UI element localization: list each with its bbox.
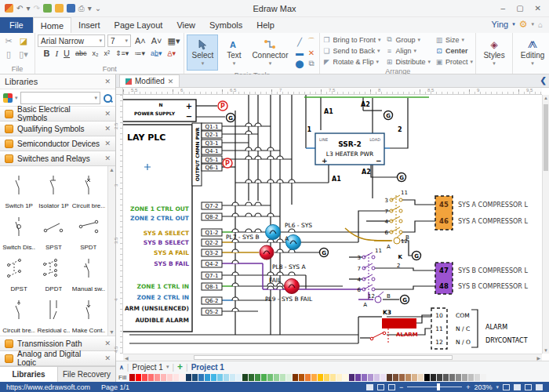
- drawing-area[interactable]: N POWER SUPPLY + − LAY PLC OUTPUT CMMN P…: [123, 95, 542, 354]
- symbol-spst[interactable]: SPST: [36, 209, 71, 251]
- palette-swatch[interactable]: [173, 374, 179, 381]
- zoom-slider-thumb[interactable]: [437, 383, 440, 390]
- document-tab[interactable]: Modified ✕: [119, 74, 180, 87]
- palette-swatch[interactable]: [481, 374, 486, 381]
- panel-tab-file-recovery[interactable]: File Recovery: [58, 367, 115, 382]
- symbol-dpdt[interactable]: DPDT: [36, 251, 71, 292]
- palette-swatch[interactable]: [155, 374, 160, 381]
- palette-swatch[interactable]: [311, 374, 317, 381]
- group-button[interactable]: ⧉Group▾: [386, 34, 431, 45]
- palette-swatch[interactable]: [186, 374, 191, 381]
- scroll-up-icon[interactable]: ▲: [109, 167, 115, 172]
- zoom-in-icon[interactable]: +: [466, 383, 470, 391]
- library-close-icon[interactable]: ✕: [104, 125, 111, 132]
- symbol-switch-1p[interactable]: Switch 1P: [2, 168, 36, 209]
- palette-swatch[interactable]: [374, 374, 380, 381]
- curve-tool-icon[interactable]: ⌒: [307, 36, 315, 47]
- palette-swatch[interactable]: [318, 374, 323, 381]
- presentation-view-icon[interactable]: [388, 384, 395, 390]
- library-close-icon[interactable]: ✕: [104, 140, 111, 147]
- horizontal-scroll-thumb[interactable]: [194, 355, 453, 360]
- palette-swatch[interactable]: [286, 374, 292, 381]
- format-painter-icon[interactable]: ◪: [20, 36, 27, 46]
- palette-swatch[interactable]: [343, 374, 348, 381]
- palette-swatch[interactable]: [349, 374, 354, 381]
- bullets-icon[interactable]: ≔▾: [133, 49, 147, 57]
- grid-icon[interactable]: [536, 384, 543, 390]
- library-item-semiconductor[interactable]: Semiconductor Devices✕: [0, 136, 115, 151]
- close-button[interactable]: ✕: [535, 4, 541, 13]
- vertical-scroll-thumb[interactable]: [544, 104, 548, 171]
- page-view-icon[interactable]: [377, 384, 384, 390]
- minimize-button[interactable]: –: [501, 4, 506, 13]
- account-dropdown-icon[interactable]: ▾: [512, 21, 515, 27]
- library-close-icon[interactable]: ✕: [104, 154, 111, 162]
- scroll-down-icon[interactable]: ▼: [543, 348, 549, 353]
- palette-swatch[interactable]: [255, 374, 260, 381]
- magnifier-icon[interactable]: [525, 384, 532, 390]
- symbol-manual-switch[interactable]: Manual sw...: [71, 251, 106, 292]
- tab-view[interactable]: View: [169, 17, 202, 33]
- qat-customize-icon[interactable]: ⌄: [95, 5, 101, 13]
- tab-insert[interactable]: Insert: [71, 17, 107, 33]
- collapse-pagebar-icon[interactable]: ∧: [119, 364, 124, 371]
- symbol-make-contact[interactable]: Make Cont...: [71, 292, 106, 334]
- strikethrough-icon[interactable]: abc: [74, 49, 89, 57]
- palette-swatch[interactable]: [368, 374, 373, 381]
- symbol-switch-disconnector[interactable]: Switch Dis...: [2, 209, 36, 251]
- add-page-button[interactable]: +: [177, 361, 183, 372]
- palette-swatch[interactable]: [161, 374, 166, 381]
- palette-swatch[interactable]: [424, 374, 430, 381]
- palette-swatch[interactable]: [336, 374, 342, 381]
- font-name-select[interactable]: Arial Narrow▾: [38, 34, 105, 47]
- rotate-flip-button[interactable]: ◤Rotate & Flip▾: [322, 56, 380, 67]
- palette-swatch[interactable]: [437, 374, 442, 381]
- palette-swatch[interactable]: [192, 374, 198, 381]
- palette-swatch[interactable]: [205, 374, 210, 381]
- palette-swatch[interactable]: [211, 374, 216, 381]
- ellipse-tool-icon[interactable]: ⬤: [295, 60, 304, 68]
- copy-icon[interactable]: ▯: [6, 49, 11, 60]
- collapse-right-panel-icon[interactable]: ❮: [540, 76, 547, 85]
- palette-swatch[interactable]: [136, 374, 141, 381]
- text-tool-button[interactable]: A Text▾: [218, 34, 249, 71]
- palette-swatch[interactable]: [380, 374, 386, 381]
- scroll-up-icon[interactable]: ▲: [543, 96, 549, 100]
- palette-swatch[interactable]: [431, 374, 436, 381]
- collapse-ribbon-icon[interactable]: ⌂: [538, 20, 543, 29]
- bold-icon[interactable]: B: [42, 49, 51, 58]
- library-item-analog-digital-logic[interactable]: Analog and Digital Logic✕: [0, 351, 115, 366]
- pan-zoom-icon[interactable]: [514, 384, 521, 390]
- palette-swatch[interactable]: [242, 374, 248, 381]
- delete-anchor-icon[interactable]: ✕: [308, 49, 314, 57]
- print-icon[interactable]: ⎙: [78, 5, 85, 13]
- bring-to-front-button[interactable]: ❐Bring to Front▾: [322, 34, 380, 45]
- palette-swatch[interactable]: [362, 374, 367, 381]
- symbol-circuit-breaker-1p[interactable]: Circuit bre...: [71, 168, 106, 209]
- symbol-circuit-breaker[interactable]: Circuit bre...: [2, 292, 36, 334]
- library-picker-icon[interactable]: [3, 93, 13, 103]
- symbol-residual-current[interactable]: Residual c...: [36, 292, 71, 334]
- tab-help[interactable]: Help: [249, 17, 282, 33]
- palette-swatch[interactable]: [462, 374, 467, 381]
- palette-swatch[interactable]: [129, 374, 135, 381]
- zoom-dropdown-icon[interactable]: ▾: [496, 384, 499, 390]
- zoom-slider[interactable]: [407, 387, 462, 387]
- send-to-back-button[interactable]: ❏Send to Back▾: [322, 45, 380, 56]
- fit-page-icon[interactable]: [503, 384, 510, 390]
- symbol-dpst[interactable]: DPST: [2, 251, 36, 292]
- protect-button[interactable]: ▣Protect▾: [435, 56, 473, 67]
- palette-swatch[interactable]: [180, 374, 185, 381]
- page-selector[interactable]: Project 1: [132, 363, 162, 372]
- palette-swatch[interactable]: [443, 374, 449, 381]
- crop-tool-icon[interactable]: ⧉: [308, 59, 314, 68]
- tab-file[interactable]: File: [0, 17, 33, 33]
- palette-swatch[interactable]: [449, 374, 455, 381]
- undo-icon[interactable]: ↶: [16, 5, 23, 13]
- italic-icon[interactable]: I: [53, 49, 60, 58]
- palette-swatch[interactable]: [412, 374, 417, 381]
- library-item-qualifying[interactable]: Qualifying Symbols✕: [0, 122, 115, 136]
- library-close-icon[interactable]: ✕: [104, 339, 111, 347]
- palette-swatch[interactable]: [468, 374, 474, 381]
- zoom-out-icon[interactable]: −: [399, 383, 403, 391]
